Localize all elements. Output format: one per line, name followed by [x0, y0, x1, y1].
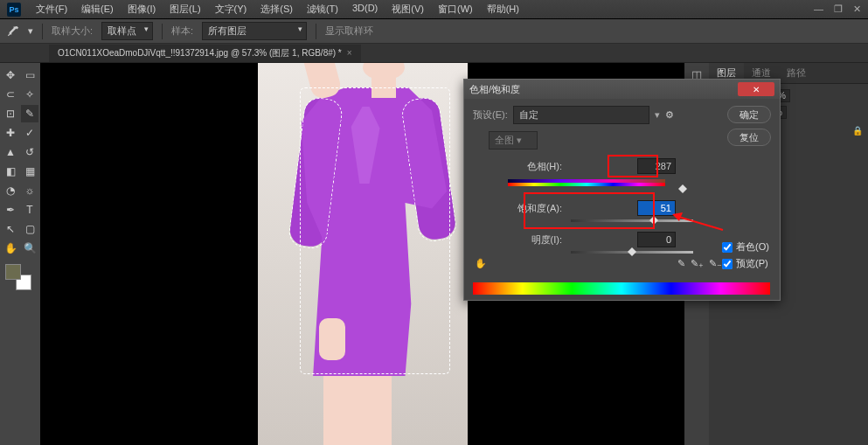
blur-tool[interactable]: ◔ — [2, 182, 19, 199]
chevron-down-icon[interactable]: ▾ — [28, 25, 33, 37]
shape-tool[interactable]: ▢ — [21, 220, 38, 238]
menu-bar: Ps 文件(F) 编辑(E) 图像(I) 图层(L) 文字(Y) 选择(S) 滤… — [0, 0, 868, 19]
history-brush-tool[interactable]: ↺ — [21, 143, 38, 161]
document-tab[interactable]: O1CN011XOeaDmoDJiVqtt_!!91372914.jpg @ 5… — [49, 45, 361, 62]
menu-select[interactable]: 选择(S) — [254, 1, 299, 17]
colorize-checkbox[interactable]: 着色(O) — [722, 240, 769, 254]
tab-paths[interactable]: 路径 — [779, 63, 814, 83]
preview-checkbox[interactable]: 预览(P) — [722, 257, 769, 270]
gear-icon[interactable]: ⚙ — [665, 109, 674, 121]
eyedropper-group: ✎ ✎₊ ✎₋ — [677, 258, 722, 269]
wand-tool[interactable]: ✧ — [21, 86, 38, 103]
lightness-slider[interactable] — [571, 249, 693, 256]
menu-3d[interactable]: 3D(D) — [346, 1, 384, 17]
brush-tool[interactable]: ✓ — [21, 124, 38, 142]
preset-label: 预设(E): — [473, 108, 508, 122]
type-tool[interactable]: T — [21, 201, 38, 219]
hue-slider[interactable] — [571, 186, 693, 193]
crop-tool[interactable]: ⊡ — [2, 105, 19, 122]
window-controls: — ❐ ✕ — [814, 3, 861, 15]
heal-tool[interactable]: ✚ — [2, 124, 19, 142]
dodge-tool[interactable]: ☼ — [21, 182, 38, 199]
menu-window[interactable]: 窗口(W) — [432, 1, 479, 17]
menu-view[interactable]: 视图(V) — [385, 1, 430, 17]
sample-select[interactable]: 所有图层 — [202, 22, 307, 40]
lock-icon[interactable]: 🔒 — [852, 126, 863, 136]
lightness-thumb[interactable] — [628, 247, 636, 256]
menu-file[interactable]: 文件(F) — [30, 1, 73, 17]
ok-button[interactable]: 确定 — [727, 106, 771, 123]
maximize-icon[interactable]: ❐ — [834, 3, 843, 15]
menu-filter[interactable]: 滤镜(T) — [301, 1, 344, 17]
eyedropper-tool[interactable]: ✎ — [21, 105, 38, 122]
eyedropper-add-icon[interactable]: ✎₊ — [691, 258, 704, 269]
gradient-tool[interactable]: ▦ — [21, 163, 38, 180]
show-ring-label[interactable]: 显示取样环 — [325, 24, 373, 38]
chevron-down-icon[interactable]: ▾ — [655, 109, 660, 121]
menu-help[interactable]: 帮助(H) — [481, 1, 525, 17]
dialog-title: 色相/饱和度 — [469, 83, 520, 96]
saturation-field[interactable]: 51 — [637, 200, 676, 216]
hue-thumb[interactable] — [678, 184, 687, 193]
close-icon[interactable]: ✕ — [853, 3, 861, 15]
dialog-titlebar[interactable]: 色相/饱和度 ✕ — [464, 80, 780, 99]
document-tab-label: O1CN011XOeaDmoDJiVqtt_!!91372914.jpg @ 5… — [58, 47, 342, 59]
eyedropper-icon — [7, 25, 19, 38]
sample-size-label: 取样大小: — [52, 24, 93, 38]
path-tool[interactable]: ↖ — [2, 220, 19, 238]
saturation-slider[interactable] — [571, 218, 693, 225]
eyedropper-sub-icon[interactable]: ✎₋ — [709, 258, 722, 269]
app-logo: Ps — [7, 3, 21, 17]
color-swatches[interactable] — [5, 264, 31, 290]
edit-select[interactable]: 全图 ▾ — [489, 131, 538, 149]
hand-tool[interactable]: ✋ — [2, 240, 19, 257]
minimize-icon[interactable]: — — [814, 3, 823, 15]
color-spectrum — [473, 282, 770, 295]
document-image — [258, 63, 468, 445]
sample-label: 样本: — [171, 24, 193, 38]
eyedropper-icon[interactable]: ✎ — [677, 258, 685, 269]
eraser-tool[interactable]: ◧ — [2, 163, 19, 180]
preset-select[interactable]: 自定 — [513, 106, 649, 124]
saturation-thumb[interactable] — [649, 216, 658, 225]
dialog-close-button[interactable]: ✕ — [738, 82, 774, 96]
main-menu: 文件(F) 编辑(E) 图像(I) 图层(L) 文字(Y) 选择(S) 滤镜(T… — [30, 1, 814, 17]
hue-saturation-dialog: 色相/饱和度 ✕ 预设(E): 自定 ▾ ⚙ 确定 复位 全图 ▾ 色相(H):… — [463, 79, 781, 301]
reset-button[interactable]: 复位 — [727, 129, 771, 146]
hand-icon[interactable]: ✋ — [475, 258, 487, 269]
menu-layer[interactable]: 图层(L) — [163, 1, 206, 17]
menu-type[interactable]: 文字(Y) — [209, 1, 253, 17]
stamp-tool[interactable]: ▲ — [2, 143, 19, 161]
hue-label: 色相(H): — [510, 160, 562, 173]
hue-field[interactable]: 287 — [637, 158, 676, 174]
lasso-tool[interactable]: ⊂ — [2, 86, 19, 103]
pen-tool[interactable]: ✒ — [2, 201, 19, 219]
foreground-swatch[interactable] — [5, 264, 21, 280]
sample-size-select[interactable]: 取样点 — [101, 22, 153, 40]
menu-edit[interactable]: 编辑(E) — [75, 1, 120, 17]
close-tab-icon[interactable]: × — [347, 48, 352, 58]
move-tool[interactable]: ✥ — [2, 66, 19, 84]
document-tab-bar: O1CN011XOeaDmoDJiVqtt_!!91372914.jpg @ 5… — [0, 44, 868, 63]
toolbox: ✥▭ ⊂✧ ⊡✎ ✚✓ ▲↺ ◧▦ ◔☼ ✒T ↖▢ ✋🔍 — [0, 63, 40, 445]
zoom-tool[interactable]: 🔍 — [21, 240, 38, 257]
options-bar: ▾ 取样大小: 取样点 样本: 所有图层 显示取样环 — [0, 19, 868, 44]
marquee-tool[interactable]: ▭ — [21, 66, 38, 84]
lightness-label: 明度(I): — [510, 233, 562, 247]
menu-image[interactable]: 图像(I) — [122, 1, 162, 17]
saturation-label: 饱和度(A): — [510, 202, 562, 215]
lightness-field[interactable]: 0 — [637, 232, 676, 247]
